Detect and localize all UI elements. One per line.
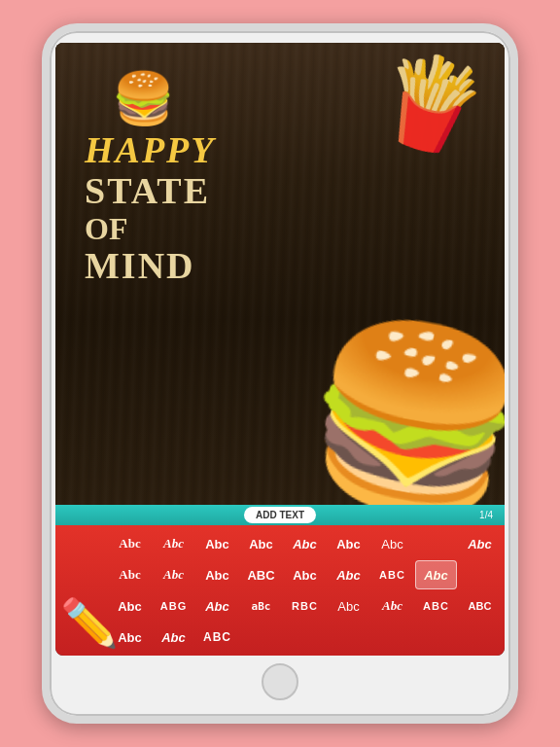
photo-area: 🍔 HAPPY STATE OF MIND 🍟 🍔	[55, 43, 505, 505]
fries-emoji: 🍟	[365, 43, 496, 167]
add-text-button[interactable]: ADD TEXT	[244, 507, 316, 523]
font-item-skip2	[459, 560, 501, 589]
font-item-14[interactable]: Abc	[328, 560, 369, 589]
font-item-2[interactable]: Abc	[153, 529, 194, 558]
font-toolbar: ADD TEXT 1/4 ✏️ Abc Abc Abc Abc Abc Abc …	[55, 505, 505, 656]
ipad-screen: 🍔 HAPPY STATE OF MIND 🍟 🍔 ADD TEXT 1/	[55, 43, 505, 656]
font-item-23[interactable]: Abc	[371, 591, 413, 621]
headline-of: OF	[85, 212, 216, 246]
font-item-5[interactable]: Abc	[284, 529, 326, 558]
font-item-skip5	[328, 622, 369, 652]
font-item-8[interactable]: Abc	[459, 529, 501, 558]
font-item-skip3	[240, 622, 282, 652]
font-item-25[interactable]: ABC	[459, 591, 501, 621]
font-item-13[interactable]: Abc	[284, 560, 326, 589]
font-item-1[interactable]: Abc	[109, 529, 151, 558]
ipad-home-button[interactable]	[262, 663, 298, 700]
font-item-18[interactable]: ABG	[153, 591, 194, 621]
fries-area: 🍟	[310, 43, 505, 257]
headline-happy: HAPPY	[85, 130, 216, 171]
font-item-9[interactable]: Abc	[109, 560, 151, 589]
font-item-16-active[interactable]: Abc	[415, 560, 457, 589]
toolbar-header: ADD TEXT 1/4	[55, 505, 505, 525]
font-item-12[interactable]: ABC	[240, 560, 282, 589]
font-item-27[interactable]: Abc	[153, 622, 194, 652]
headline-mind: MIND	[85, 246, 216, 287]
font-item-11[interactable]: Abc	[196, 560, 238, 589]
font-item-22[interactable]: Abc	[328, 591, 369, 621]
headline-state: STATE	[85, 171, 216, 212]
big-burger-emoji: 🍔	[292, 312, 505, 505]
pencil-icon: ✏️	[55, 539, 109, 656]
font-item-7[interactable]: Abc	[371, 529, 413, 558]
font-item-skip4	[284, 622, 326, 652]
font-grid: Abc Abc Abc Abc Abc Abc Abc Abc Abc Abc …	[55, 525, 505, 656]
font-item-24[interactable]: ABC	[415, 591, 457, 621]
font-item-6[interactable]: Abc	[328, 529, 369, 558]
font-item-21[interactable]: RBC	[284, 591, 326, 621]
font-item-skip6	[371, 622, 413, 652]
page-indicator: 1/4	[479, 510, 493, 520]
text-overlay: HAPPY STATE OF MIND	[85, 130, 216, 287]
big-burger-area: 🍔	[271, 252, 505, 505]
font-item-15[interactable]: ABC	[371, 560, 413, 589]
ipad-frame: 🍔 HAPPY STATE OF MIND 🍟 🍔 ADD TEXT 1/	[42, 23, 518, 724]
font-item-28[interactable]: ABC	[196, 622, 238, 652]
font-item-skip	[415, 529, 457, 558]
font-item-19[interactable]: Abc	[196, 591, 238, 621]
font-item-10[interactable]: Abc	[153, 560, 194, 589]
font-item-20[interactable]: aBc	[240, 591, 282, 621]
burger-sticker: 🍔	[104, 62, 182, 135]
font-item-4[interactable]: Abc	[240, 529, 282, 558]
font-item-3[interactable]: Abc	[196, 529, 238, 558]
font-item-skip7	[415, 622, 457, 652]
